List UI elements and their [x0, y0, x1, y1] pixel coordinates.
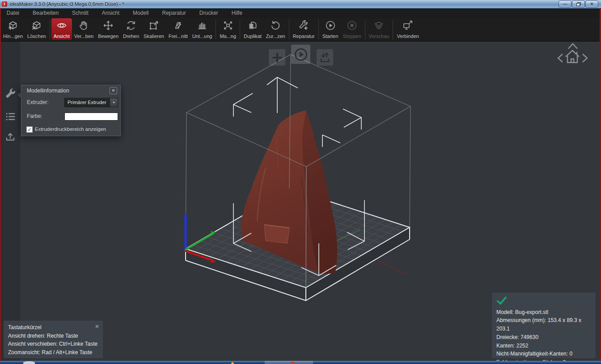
- preview-icon: [373, 20, 384, 31]
- start-orb-sliver[interactable]: [23, 361, 35, 364]
- sidebar-export-button[interactable]: [0, 126, 20, 146]
- sidebar-list-button[interactable]: [0, 106, 20, 126]
- shortcuts-panel: ✕ Tastaturkürzel Ansicht drehen: Rechte …: [4, 321, 103, 358]
- toolbar-repair[interactable]: Reparatur: [291, 18, 317, 40]
- toolbar-max-fit[interactable]: Ma...ng: [217, 18, 238, 40]
- model-status-panel: Modell: Bug-export.stlAbmessungen (mm): …: [492, 293, 596, 358]
- quick-export-button[interactable]: [317, 49, 333, 66]
- toolbar-label: Zur...zen: [266, 33, 285, 39]
- extruder-area-checkbox[interactable]: ✓: [26, 126, 33, 133]
- toolbar-view[interactable]: Ansicht: [51, 18, 72, 40]
- menu-item-modell[interactable]: Modell: [126, 8, 155, 18]
- toolbar-free-cut[interactable]: Frei...nitt: [166, 18, 190, 40]
- menu-item-reparatur[interactable]: Reparatur: [155, 8, 192, 18]
- status-line: Kanten: 2252: [496, 342, 591, 350]
- toolbar-duplicate[interactable]: Duplikat: [241, 18, 264, 40]
- shortcuts-title: Tastaturkürzel: [8, 323, 98, 332]
- play-circle-icon: [293, 47, 309, 62]
- menubar: DateiBearbeitenSchnittAnsichtModellRepar…: [0, 8, 601, 18]
- menu-item-datei[interactable]: Datei: [0, 8, 26, 18]
- toolbar-preview[interactable]: Vorschau: [367, 18, 392, 40]
- dialog-close-button[interactable]: ✕: [110, 87, 117, 94]
- toolbar-label: Hin...gen: [3, 33, 23, 39]
- toolbar-support[interactable]: Unt...ung: [190, 18, 215, 40]
- minimize-button[interactable]: —: [559, 0, 571, 8]
- close-button[interactable]: ✕: [585, 0, 598, 8]
- support-icon: [197, 20, 207, 31]
- scale-icon: [148, 20, 159, 31]
- color-label: Farbe:: [27, 113, 42, 119]
- connect-icon: [402, 20, 413, 31]
- toolbar-label: Ansicht: [54, 33, 70, 39]
- toolbar-label: Unt...ung: [192, 33, 212, 39]
- shortcuts-close-icon[interactable]: ✕: [95, 322, 99, 331]
- shortcut-line: Ansicht verschieben: Ctrl+Linke Taste: [8, 340, 98, 348]
- titlebar[interactable]: i ideaMaker 3.3.0 (Anycubic i3 Mega 0,5m…: [0, 0, 601, 8]
- free-cut-icon: [173, 20, 183, 31]
- restore-button[interactable]: [572, 0, 585, 8]
- taskbar-warning-icon: [231, 362, 234, 364]
- toolbar-reset[interactable]: Zur...zen: [264, 18, 288, 40]
- success-check-icon: [496, 296, 507, 305]
- menu-item-schnitt[interactable]: Schnitt: [65, 8, 95, 18]
- window-border-left: [0, 8, 1, 364]
- toolbar-label: Bewegen: [98, 33, 119, 39]
- rotate-icon: [126, 20, 136, 31]
- toolbar-label: Verbinden: [397, 33, 419, 39]
- dialog-pointer: [17, 92, 21, 99]
- toolbar-label: Löschen: [27, 33, 46, 39]
- left-sidebar: [0, 42, 20, 361]
- windows-taskbar[interactable]: [0, 361, 601, 364]
- toolbar-start[interactable]: Starten: [320, 18, 341, 40]
- status-line: Abmessungen (mm): 153.4 x 89.3 x 203.1: [496, 316, 591, 333]
- toolbar-label: Ver...ben: [74, 33, 93, 39]
- toolbar-add-model[interactable]: Hin...gen: [1, 18, 25, 40]
- ideamaker-window: i ideaMaker 3.3.0 (Anycubic i3 Mega 0,5m…: [0, 0, 601, 364]
- toolbar-separator: [240, 20, 240, 39]
- toolbar-label: Starten: [322, 33, 338, 39]
- toolbar-rotate[interactable]: Drehen: [121, 18, 141, 40]
- plate-x-axis-mark: [378, 260, 405, 274]
- quick-add-button[interactable]: [269, 49, 285, 66]
- toolbar-label: Reparatur: [293, 33, 315, 39]
- max-fit-icon: [223, 20, 233, 31]
- toolbar-connect[interactable]: Verbinden: [394, 18, 421, 40]
- quick-start-button[interactable]: [291, 45, 310, 64]
- nav-right-chevron[interactable]: [583, 54, 587, 62]
- toolbar-move[interactable]: Bewegen: [96, 18, 121, 40]
- repair-icon: [298, 20, 309, 31]
- start-icon: [325, 20, 336, 31]
- extruder-label: Extruder:: [27, 99, 49, 105]
- extruder-area-checkbox-label: Extruderdruckbereich anzeigen: [35, 126, 106, 132]
- menu-item-drucker[interactable]: Drucker: [193, 8, 225, 18]
- toolbar-scale[interactable]: Skalieren: [141, 18, 166, 40]
- wrench-icon: [4, 87, 16, 99]
- nav-left-chevron[interactable]: [558, 54, 563, 62]
- upload-icon: [4, 131, 16, 142]
- view-eye-icon: [56, 20, 67, 31]
- menu-item-hilfe[interactable]: Hilfe: [225, 8, 249, 18]
- home-icon[interactable]: [566, 50, 579, 63]
- chevron-down-icon[interactable]: ▼: [110, 98, 118, 107]
- extruder-value: Primärer Extruder: [68, 98, 106, 107]
- toolbar-stop[interactable]: Stoppen: [341, 18, 364, 40]
- toolbar-delete-model[interactable]: Löschen: [25, 18, 48, 40]
- window-title: ideaMaker 3.3.0 (Anycubic i3 Mega 0,5mm …: [10, 1, 124, 7]
- toolbar-separator: [289, 20, 289, 39]
- restore-icon: [576, 2, 581, 6]
- taskbar-active-button[interactable]: [265, 361, 313, 364]
- nav-up-chevron[interactable]: [568, 44, 577, 49]
- color-swatch-field[interactable]: [64, 113, 118, 121]
- reset-icon: [270, 20, 281, 31]
- extruder-select[interactable]: Primärer Extruder ▼: [64, 98, 118, 107]
- export-tray-icon: [319, 51, 331, 63]
- toolbar-label: Stoppen: [343, 33, 361, 39]
- taskbar-app-icon: [291, 362, 295, 364]
- menu-item-bearbeiten[interactable]: Bearbeiten: [26, 8, 65, 18]
- toolbar-pan[interactable]: Ver...ben: [72, 18, 96, 40]
- shortcut-line: Zoomansicht: Rad / Alt+Linke Taste: [8, 348, 98, 357]
- menu-item-ansicht[interactable]: Ansicht: [95, 8, 126, 18]
- add-model-icon: [8, 20, 18, 31]
- shortcut-line: Ansicht drehen: Rechte Taste: [8, 332, 98, 340]
- toolbar-separator: [365, 20, 365, 39]
